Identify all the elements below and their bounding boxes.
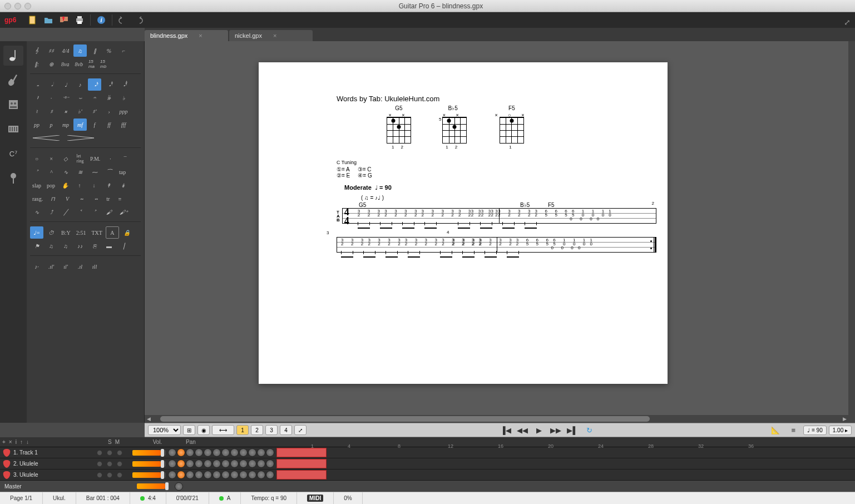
first-button[interactable]: ▐◀ — [498, 424, 513, 436]
track-row-2[interactable]: 2. Ukulele — [0, 458, 855, 470]
hand-icon[interactable]: ✋ — [58, 179, 72, 191]
eq-knob[interactable] — [177, 448, 185, 457]
slide-button[interactable]: ╱ — [59, 206, 72, 218]
pick-down-button[interactable]: ⊓ — [46, 192, 60, 205]
tempo-marker-button[interactable]: ♩= — [30, 226, 43, 239]
voice-4-button[interactable]: .ıl — [73, 260, 87, 273]
ending-button[interactable]: ⌐ — [117, 45, 130, 57]
page-layout-button[interactable]: ⊞ — [183, 425, 195, 435]
move-up-button[interactable]: ↑ — [20, 439, 23, 445]
volume-slider[interactable] — [132, 472, 166, 478]
half-note-button[interactable]: 𝅗𝅥 — [45, 78, 58, 91]
close-tab-icon[interactable]: × — [273, 32, 276, 39]
solo-toggle[interactable] — [97, 450, 102, 456]
effects-panel-button[interactable] — [3, 95, 23, 115]
tap-button[interactable]: tap — [117, 166, 128, 178]
sixty-fourth-button[interactable]: 𝅘𝅥𝅱 — [117, 78, 130, 91]
wide-vibrato-button[interactable]: ≋ — [73, 166, 87, 178]
sixteenth-note-button[interactable]: 𝅘𝅥𝅯 — [88, 78, 101, 91]
hammer-button[interactable]: ⁓ — [88, 166, 101, 178]
metronome-mark-button[interactable]: ⏱ — [45, 226, 58, 239]
key-sig-button[interactable]: ♯♯ — [45, 45, 58, 57]
voice-2-button[interactable]: .ıl' — [45, 260, 58, 273]
break-beam-button[interactable]: ♪♪ — [73, 240, 87, 252]
vibrato-button[interactable]: ∿ — [59, 166, 72, 178]
15mb-button[interactable]: 15mb — [98, 58, 108, 70]
mastering-panel-button[interactable] — [3, 119, 23, 139]
accent-button[interactable]: › — [102, 105, 116, 117]
tab-nickel[interactable]: nickel.gpx× — [229, 30, 313, 41]
stems-button[interactable]: ⎮ — [117, 240, 130, 252]
arpeggio-down-button[interactable]: ↡ — [116, 179, 130, 191]
clip[interactable] — [276, 448, 327, 457]
section-button[interactable]: A — [106, 226, 119, 239]
info-button[interactable]: i — [94, 14, 108, 26]
double-sharp-button[interactable]: 𝄪 — [59, 105, 72, 117]
page-4-button[interactable]: 4 — [280, 425, 292, 435]
time-mark-button[interactable]: 2:51 — [74, 226, 88, 239]
redo-button[interactable] — [131, 14, 146, 26]
barline-button[interactable]: ‖ — [88, 45, 101, 57]
eighth-note-button[interactable]: ♪ — [73, 78, 87, 91]
dead-note-button[interactable]: × — [45, 152, 58, 165]
downstroke-button[interactable]: ↓ — [87, 179, 101, 191]
horizontal-scrollbar[interactable]: ◀ ▶ — [145, 415, 848, 423]
repeat-button[interactable]: % — [102, 45, 116, 57]
by-button[interactable]: B:Y — [59, 226, 73, 239]
tuplet-button[interactable]: ⁻³⁻ — [59, 92, 72, 104]
direction-button[interactable]: ⚑ — [30, 240, 43, 252]
pick-up-button[interactable]: V — [61, 192, 74, 205]
accent-flat-button[interactable]: ♭' — [73, 105, 87, 117]
whole-note-button[interactable]: 𝅝 — [30, 78, 43, 91]
multitrack-button[interactable]: ⤢ — [294, 425, 307, 435]
accent-lt-button[interactable]: ˂ — [73, 206, 87, 218]
print-button[interactable] — [72, 14, 87, 26]
instrument-panel-button[interactable] — [3, 70, 23, 90]
dyn-fff-button[interactable]: fff — [117, 118, 130, 131]
metronome-icon[interactable]: 📐 — [768, 424, 783, 436]
dyn-ppp-button[interactable]: ppp — [117, 105, 130, 117]
crescendo-button[interactable] — [30, 132, 63, 144]
undo-button[interactable] — [116, 14, 130, 26]
dyn-mp-button[interactable]: mp — [59, 118, 72, 131]
chords-panel-button[interactable]: C⁷ — [3, 144, 23, 164]
bend-button[interactable]: ⤴ — [45, 206, 58, 218]
add-track-button[interactable]: + — [2, 439, 6, 445]
natural-button[interactable]: ♮ — [30, 105, 43, 117]
double-bar-button[interactable]: ‖: — [30, 58, 43, 70]
close-tab-icon[interactable]: × — [199, 32, 202, 39]
edition-panel-button[interactable] — [3, 46, 23, 66]
tenuto-button[interactable]: ¯ — [118, 152, 131, 165]
brush-up-icon[interactable]: 🖌 — [102, 206, 116, 218]
page-1-button[interactable]: 1 — [236, 425, 249, 435]
decrescendo-button[interactable] — [65, 132, 98, 144]
last-button[interactable]: ▶▌ — [565, 424, 580, 436]
let-ring-button[interactable]: letring — [73, 152, 87, 165]
rewind-button[interactable]: ◀◀ — [515, 424, 530, 436]
scroll-left-icon[interactable]: ◀ — [145, 415, 152, 423]
palm-mute-button[interactable]: P.M. — [88, 152, 102, 165]
lyrics-panel-button[interactable] — [3, 168, 23, 188]
sharp-button[interactable]: ♯ — [45, 105, 58, 117]
dot-button[interactable]: · — [45, 92, 58, 104]
track-row-1[interactable]: 1. Track 1 — [0, 447, 855, 458]
screen-layout-button[interactable]: ◉ — [197, 425, 210, 435]
pan-knob[interactable] — [168, 448, 176, 457]
page-3-button[interactable]: 3 — [265, 425, 278, 435]
accent-gt-button[interactable]: ˃ — [88, 206, 101, 218]
arpeggio-up-button[interactable]: ↟ — [102, 179, 115, 191]
volume-slider[interactable] — [132, 450, 166, 456]
beam-group-button[interactable]: ⎘ — [88, 240, 101, 252]
15ma-button[interactable]: 15ma — [86, 58, 97, 70]
remove-track-button[interactable]: × — [9, 439, 12, 445]
grace-beat-button[interactable]: 𝆘 — [90, 192, 103, 205]
time-sig-button[interactable]: 4/4 — [59, 45, 72, 57]
8va-button[interactable]: 8va — [59, 58, 71, 70]
dyn-pp-button[interactable]: pp — [30, 118, 43, 131]
speed-field[interactable]: 1.00 ▸ — [829, 426, 852, 435]
master-track[interactable]: Master — [0, 481, 855, 492]
thirty-second-button[interactable]: 𝅘𝅥𝅰 — [102, 78, 116, 91]
voice-1-button[interactable]: ♪· — [30, 260, 43, 273]
brush-down-icon[interactable]: 🖌⁺ — [117, 206, 130, 218]
grace-before-button[interactable]: 𝆗 — [75, 192, 88, 205]
